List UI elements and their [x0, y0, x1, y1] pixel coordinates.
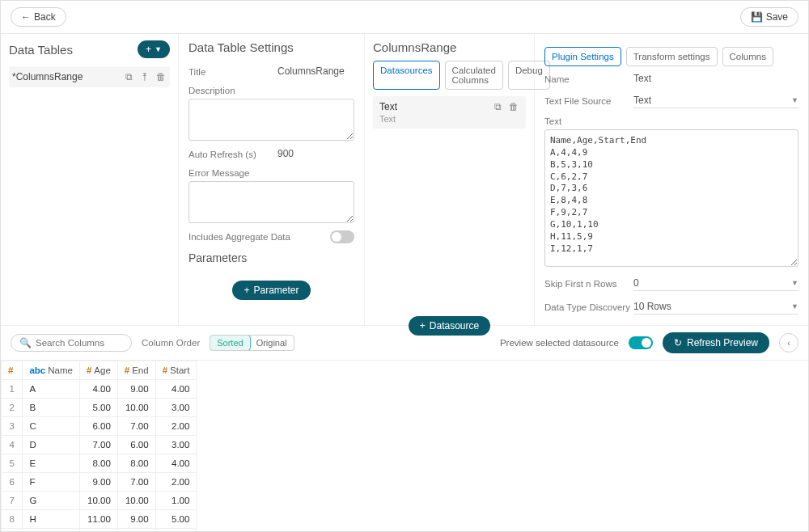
- cell-end: 6.00: [117, 436, 155, 454]
- skip-rows-label: Skip First n Rows: [544, 279, 633, 289]
- error-message-textarea[interactable]: [188, 181, 354, 223]
- cell-name: A: [23, 380, 80, 399]
- datasource-list-item[interactable]: Text Text ⧉ 🗑: [373, 96, 526, 129]
- cell-age: 4.00: [79, 380, 117, 399]
- cell-age: 6.00: [79, 417, 117, 436]
- add-datasource-button[interactable]: + Datasource: [409, 316, 490, 336]
- chevron-down-icon: ▼: [155, 45, 162, 53]
- column-order-segmented: Sorted Original: [210, 335, 294, 351]
- auto-refresh-input[interactable]: [277, 148, 354, 160]
- cell-end: 9.00: [117, 510, 155, 529]
- text-file-source-label: Text File Source: [544, 96, 633, 106]
- plus-icon: +: [244, 285, 249, 296]
- chevron-down-icon: ▼: [791, 96, 798, 104]
- search-columns-box[interactable]: 🔍: [11, 334, 132, 352]
- cell-age: 5.00: [79, 399, 117, 417]
- name-input[interactable]: [633, 73, 798, 85]
- add-parameter-label: Parameter: [253, 285, 299, 296]
- discovery-dropdown[interactable]: 10 Rows ▼: [633, 299, 798, 315]
- table-row[interactable]: 5E8.008.004.00: [2, 454, 197, 473]
- grid-header-name[interactable]: abcName: [23, 361, 80, 380]
- copy-icon[interactable]: ⧉: [123, 71, 134, 82]
- grid-header-end[interactable]: #End: [117, 361, 155, 380]
- row-index: 2: [2, 399, 23, 417]
- description-textarea[interactable]: [188, 99, 354, 141]
- tab-columns[interactable]: Columns: [722, 47, 773, 66]
- trash-icon[interactable]: 🗑: [508, 101, 519, 112]
- settings-title: Data Table Settings: [188, 40, 354, 54]
- table-row[interactable]: 7G10.0010.001.00: [2, 492, 197, 510]
- table-row[interactable]: 3C6.007.002.00: [2, 417, 197, 436]
- data-table-name: *ColumnsRange: [12, 71, 83, 82]
- title-label: Title: [188, 67, 277, 77]
- auto-refresh-label: Auto Refresh (s): [188, 150, 277, 159]
- cell-start: 5.00: [155, 510, 197, 529]
- decimal-value: Period (.): [633, 324, 673, 325]
- cell-start: 4.00: [155, 380, 197, 399]
- skip-rows-dropdown[interactable]: 0 ▼: [633, 276, 798, 291]
- save-label: Save: [766, 11, 788, 23]
- text-content-textarea[interactable]: [544, 129, 798, 267]
- row-index: 9: [2, 529, 23, 533]
- upload-icon[interactable]: ⭱: [139, 71, 150, 82]
- data-tables-sidebar: Data Tables + ▼ *ColumnsRange ⧉ ⭱ 🗑: [1, 34, 179, 325]
- sidebar-title: Data Tables: [9, 43, 73, 57]
- cell-name: E: [23, 454, 80, 473]
- cell-end: 7.00: [117, 473, 155, 492]
- original-button[interactable]: Original: [250, 336, 294, 350]
- chevron-down-icon: ▼: [791, 279, 798, 287]
- table-row[interactable]: 6F9.007.002.00: [2, 473, 197, 492]
- add-data-table-button[interactable]: + ▼: [138, 40, 170, 58]
- title-input[interactable]: [277, 65, 354, 78]
- refresh-preview-button[interactable]: ↻ Refresh Preview: [663, 332, 769, 353]
- trash-icon[interactable]: 🗑: [155, 71, 167, 82]
- cell-start: 3.00: [155, 436, 197, 454]
- plus-icon: +: [420, 320, 426, 331]
- column-order-label: Column Order: [142, 338, 200, 348]
- grid-header-index[interactable]: #: [2, 361, 23, 380]
- grid-header-start[interactable]: #Start: [155, 361, 197, 380]
- add-datasource-label: Datasource: [430, 320, 479, 331]
- error-message-label: Error Message: [188, 168, 277, 178]
- discovery-value: 10 Rows: [633, 301, 671, 312]
- sorted-button[interactable]: Sorted: [210, 335, 250, 351]
- chevron-down-icon: ▼: [791, 302, 798, 310]
- data-table-list-item[interactable]: *ColumnsRange ⧉ ⭱ 🗑: [9, 66, 170, 87]
- back-button[interactable]: ← Back: [11, 7, 66, 27]
- cell-start: 1.00: [155, 492, 197, 510]
- table-row[interactable]: 8H11.009.005.00: [2, 510, 197, 529]
- text-file-source-dropdown[interactable]: Text ▼: [633, 93, 798, 108]
- row-index: 4: [2, 436, 23, 454]
- table-row[interactable]: 2B5.0010.003.00: [2, 399, 197, 417]
- datasource-panel-title: ColumnsRange: [373, 40, 526, 54]
- back-label: Back: [34, 11, 56, 23]
- save-icon: 💾: [751, 11, 763, 23]
- cell-age: 10.00: [79, 492, 117, 510]
- cell-age: 12.00: [79, 529, 117, 533]
- parameters-heading: Parameters: [188, 251, 354, 264]
- tab-plugin-settings[interactable]: Plugin Settings: [544, 47, 621, 66]
- tab-calculated-columns[interactable]: Calculated Columns: [445, 61, 503, 90]
- copy-icon[interactable]: ⧉: [492, 101, 503, 112]
- row-index: 8: [2, 510, 23, 529]
- row-index: 5: [2, 454, 23, 473]
- discovery-label: Data Type Discovery: [544, 302, 633, 312]
- cell-name: C: [23, 417, 80, 436]
- search-columns-input[interactable]: [36, 338, 123, 348]
- tab-transform-settings[interactable]: Transform settings: [626, 47, 718, 66]
- cell-start: 2.00: [155, 417, 197, 436]
- table-row[interactable]: 9I12.007.001.00: [2, 529, 197, 533]
- tab-datasources[interactable]: Datasources: [373, 61, 440, 90]
- table-row[interactable]: 4D7.006.003.00: [2, 436, 197, 454]
- save-button[interactable]: 💾 Save: [740, 7, 798, 27]
- aggregate-toggle[interactable]: [330, 230, 354, 243]
- table-row[interactable]: 1A4.009.004.00: [2, 380, 197, 399]
- add-parameter-button[interactable]: + Parameter: [232, 281, 310, 300]
- plus-icon: +: [146, 44, 151, 55]
- grid-header-age[interactable]: #Age: [79, 361, 117, 380]
- cell-name: D: [23, 436, 80, 454]
- collapse-button[interactable]: ‹: [779, 333, 798, 353]
- decimal-dropdown[interactable]: Period (.) ▼: [633, 323, 798, 325]
- preview-toggle[interactable]: [629, 336, 653, 349]
- row-index: 6: [2, 473, 23, 492]
